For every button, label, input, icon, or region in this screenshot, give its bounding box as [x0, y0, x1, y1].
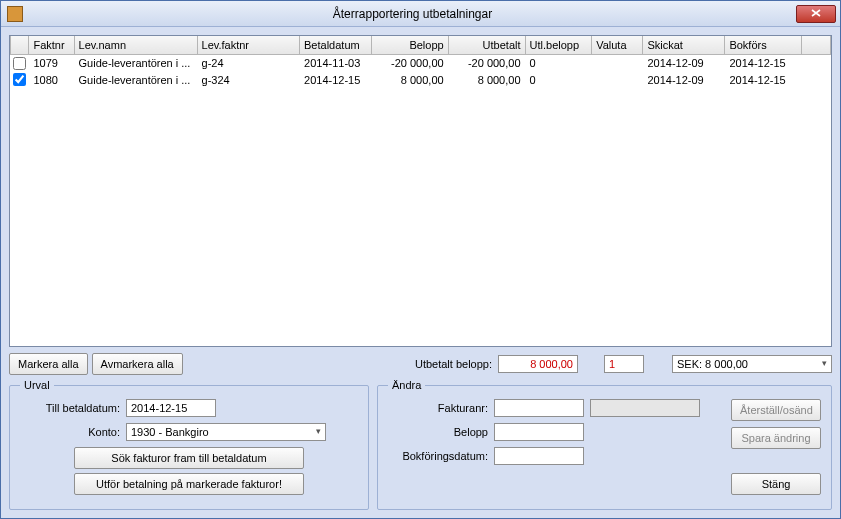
andra-group: Ändra Fakturanr: Belopp Bokföringsdatum: [377, 379, 832, 510]
cell-faktnr: 1079 [29, 54, 74, 71]
urval-group: Urval Till betaldatum: Konto: 1930 - Ban… [9, 379, 369, 510]
cell-belopp: 8 000,00 [371, 71, 448, 88]
belopp-label: Belopp [388, 426, 488, 438]
grid-header-row: Faktnr Lev.namn Lev.faktnr Betaldatum Be… [11, 36, 831, 54]
spara-button[interactable]: Spara ändring [731, 427, 821, 449]
avmarkera-alla-button[interactable]: Avmarkera alla [92, 353, 183, 375]
konto-select[interactable]: 1930 - Bankgiro ▾ [126, 423, 326, 441]
invoice-grid[interactable]: Faktnr Lev.namn Lev.faktnr Betaldatum Be… [9, 35, 832, 347]
sek-summary-text: SEK: 8 000,00 [677, 358, 748, 370]
andra-legend: Ändra [388, 379, 425, 391]
cell-levfaktnr: g-24 [197, 54, 300, 71]
row-checkbox[interactable] [13, 57, 26, 70]
col-belopp[interactable]: Belopp [371, 36, 448, 54]
col-skickat[interactable]: Skickat [643, 36, 725, 54]
cell-bokfors: 2014-12-15 [725, 54, 802, 71]
col-levnamn[interactable]: Lev.namn [74, 36, 197, 54]
cell-belopp: -20 000,00 [371, 54, 448, 71]
col-utbetalt[interactable]: Utbetalt [448, 36, 525, 54]
cell-skickat: 2014-12-09 [643, 54, 725, 71]
konto-value: 1930 - Bankgiro [131, 426, 209, 438]
stang-button[interactable]: Stäng [731, 473, 821, 495]
app-icon [7, 6, 23, 22]
utbetalt-count: 1 [604, 355, 644, 373]
window-title: Återrapportering utbetalningar [29, 7, 796, 21]
cell-faktnr: 1080 [29, 71, 74, 88]
col-levfaktnr[interactable]: Lev.faktnr [197, 36, 300, 54]
sek-summary-field[interactable]: SEK: 8 000,00 ▾ [672, 355, 832, 373]
bokforingsdatum-label: Bokföringsdatum: [388, 450, 488, 462]
cell-levfaktnr: g-324 [197, 71, 300, 88]
col-faktnr[interactable]: Faktnr [29, 36, 74, 54]
cell-valuta [592, 54, 643, 71]
cell-utbetalt: -20 000,00 [448, 54, 525, 71]
table-row[interactable]: 1079 Guide-leverantören i ... g-24 2014-… [11, 54, 831, 71]
utbetalt-value: 8 000,00 [498, 355, 578, 373]
fakturanr-label: Fakturanr: [388, 402, 488, 414]
utfor-betalning-button[interactable]: Utför betalning på markerade fakturor! [74, 473, 304, 495]
cell-utlbelopp: 0 [525, 71, 592, 88]
urval-legend: Urval [20, 379, 54, 391]
cell-valuta [592, 71, 643, 88]
col-bokfors[interactable]: Bokförs [725, 36, 802, 54]
till-betaldatum-input[interactable] [126, 399, 216, 417]
cell-utbetalt: 8 000,00 [448, 71, 525, 88]
sok-fakturor-button[interactable]: Sök fakturor fram till betaldatum [74, 447, 304, 469]
cell-bokfors: 2014-12-15 [725, 71, 802, 88]
col-betaldatum[interactable]: Betaldatum [300, 36, 372, 54]
cell-levnamn: Guide-leverantören i ... [74, 54, 197, 71]
cell-utlbelopp: 0 [525, 54, 592, 71]
konto-label: Konto: [20, 426, 120, 438]
close-icon [811, 8, 821, 19]
utbetalt-label: Utbetalt belopp: [415, 358, 492, 370]
col-utlbelopp[interactable]: Utl.belopp [525, 36, 592, 54]
aterstall-button[interactable]: Återställ/osänd [731, 399, 821, 421]
table-row[interactable]: 1080 Guide-leverantören i ... g-324 2014… [11, 71, 831, 88]
cell-skickat: 2014-12-09 [643, 71, 725, 88]
col-valuta[interactable]: Valuta [592, 36, 643, 54]
chevron-down-icon: ▾ [822, 358, 827, 368]
close-button[interactable] [796, 5, 836, 23]
till-betaldatum-label: Till betaldatum: [20, 402, 120, 414]
cell-levnamn: Guide-leverantören i ... [74, 71, 197, 88]
col-extra [802, 36, 831, 54]
bokforingsdatum-input[interactable] [494, 447, 584, 465]
cell-betaldatum: 2014-11-03 [300, 54, 372, 71]
titlebar: Återrapportering utbetalningar [1, 1, 840, 27]
fakturanr-input[interactable] [494, 399, 584, 417]
fakturanr-readonly [590, 399, 700, 417]
chevron-down-icon: ▾ [316, 426, 321, 436]
cell-betaldatum: 2014-12-15 [300, 71, 372, 88]
row-checkbox[interactable] [13, 73, 26, 86]
window: Återrapportering utbetalningar Faktnr [0, 0, 841, 519]
markera-alla-button[interactable]: Markera alla [9, 353, 88, 375]
belopp-input[interactable] [494, 423, 584, 441]
col-check[interactable] [11, 36, 29, 54]
